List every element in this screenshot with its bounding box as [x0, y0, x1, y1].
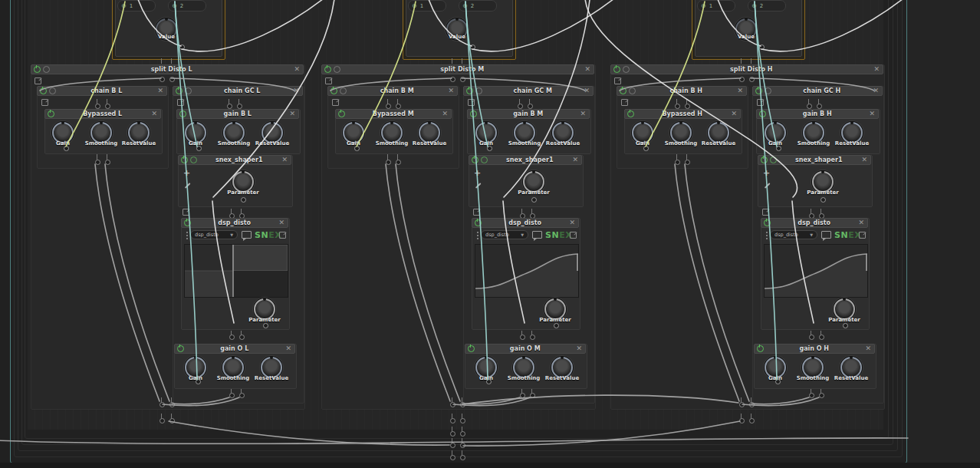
gain-mod-input[interactable] [64, 146, 69, 151]
node-output-pin[interactable] [239, 393, 245, 398]
dsp-disto-header[interactable]: dsp_disto ✕ [181, 218, 288, 228]
power-icon[interactable] [613, 66, 620, 73]
external-link-icon[interactable] [183, 209, 189, 216]
node-output-pin[interactable] [229, 335, 235, 340]
power-icon[interactable] [176, 87, 183, 94]
gain-mod-input[interactable] [486, 379, 492, 384]
power-icon[interactable] [761, 157, 768, 163]
parameter-mod-input[interactable] [554, 323, 559, 328]
power-icon[interactable] [181, 157, 188, 163]
close-icon[interactable]: ✕ [448, 87, 454, 95]
container-output-pin[interactable] [739, 418, 745, 424]
split-input-pin[interactable] [159, 77, 165, 82]
external-link-icon[interactable] [473, 209, 480, 216]
node-output-pin[interactable] [520, 393, 525, 398]
split-node-header[interactable]: split Disto M ✕ [321, 64, 594, 74]
split-input-pin[interactable] [749, 77, 755, 82]
close-icon[interactable]: ✕ [289, 110, 295, 118]
close-icon[interactable]: ✕ [569, 219, 575, 227]
power-icon[interactable] [34, 66, 41, 73]
external-link-icon[interactable] [570, 232, 577, 239]
node-input-pin[interactable] [685, 104, 690, 109]
gain-o-node-header[interactable]: gain O M ✕ [465, 344, 586, 354]
node-output-pin[interactable] [520, 335, 525, 340]
gain-o-node-header[interactable]: gain O L ✕ [174, 344, 295, 354]
split-output-pin[interactable] [739, 402, 745, 407]
container-output-pin[interactable] [749, 418, 755, 424]
power-icon[interactable] [338, 110, 345, 117]
node-output-pin[interactable] [229, 393, 235, 398]
add-icon[interactable]: + [183, 170, 190, 177]
chain-b-header[interactable]: chain B L ✕ [37, 86, 167, 96]
power-icon[interactable] [466, 87, 473, 94]
value-mod-output[interactable] [470, 44, 475, 50]
close-icon[interactable]: ✕ [278, 219, 284, 227]
gain-mod-input[interactable] [196, 146, 202, 151]
power-icon[interactable] [184, 219, 191, 226]
close-icon[interactable]: ✕ [873, 65, 880, 74]
parameter-mod-input[interactable] [263, 323, 268, 328]
node-output-pin[interactable] [675, 160, 680, 165]
close-icon[interactable]: ✕ [151, 110, 157, 118]
split-input-pin[interactable] [739, 77, 745, 82]
bypass-icon[interactable] [49, 87, 56, 94]
external-link-icon[interactable] [325, 77, 332, 84]
container-output-pin[interactable] [450, 455, 455, 460]
gain-b-node-header[interactable]: gain B L ✕ [176, 109, 299, 119]
external-link-icon[interactable] [468, 99, 475, 106]
power-icon[interactable] [470, 110, 477, 117]
external-link-icon[interactable] [279, 232, 286, 239]
power-icon[interactable] [759, 110, 766, 117]
node-input-pin[interactable] [817, 104, 822, 109]
split-node-header[interactable]: split Disto L ✕ [31, 64, 304, 74]
macro-parameter-slot-2[interactable]: ⊕ 2 [748, 0, 786, 12]
gain-mod-input[interactable] [643, 146, 649, 151]
bypass-icon[interactable] [629, 87, 636, 94]
parameter-mod-input[interactable] [821, 197, 826, 203]
node-input-pin[interactable] [386, 104, 391, 109]
close-icon[interactable]: ✕ [285, 344, 291, 353]
node-input-pin[interactable] [105, 104, 110, 109]
snex-shaper-header[interactable]: snex_shaper1 ✕ [758, 155, 871, 165]
macro-parameter-slot-1[interactable]: ⊕ 1 [408, 0, 446, 12]
close-icon[interactable]: ✕ [281, 156, 288, 164]
gain-b-node-header[interactable]: gain B H ✕ [756, 109, 879, 119]
gain-o-node-header[interactable]: gain O H ✕ [754, 344, 875, 354]
menu-dots-icon[interactable] [186, 232, 188, 233]
power-icon[interactable] [755, 87, 762, 94]
external-link-icon[interactable] [757, 99, 764, 106]
external-link-icon[interactable] [41, 99, 48, 106]
workbench-icon[interactable] [770, 157, 777, 163]
node-output-pin[interactable] [386, 160, 391, 165]
node-input-pin[interactable] [675, 104, 680, 109]
split-output-pin[interactable] [749, 402, 755, 407]
close-icon[interactable]: ✕ [572, 156, 578, 164]
container-output-pin[interactable] [169, 418, 175, 424]
power-icon[interactable] [475, 219, 482, 226]
split-input-pin[interactable] [169, 77, 175, 82]
snex-shaper-header[interactable]: snex_shaper1 ✕ [178, 155, 291, 165]
container-output-pin[interactable] [450, 443, 455, 448]
external-link-icon[interactable] [35, 77, 41, 84]
close-icon[interactable]: ✕ [442, 110, 448, 118]
drag-target-icon[interactable]: ⊕ [701, 3, 706, 9]
bypassed-node-header[interactable]: Bypassed L ✕ [44, 109, 161, 119]
chain-gc-header[interactable]: chain GC H ✕ [752, 86, 883, 96]
drag-target-icon[interactable]: ⊕ [121, 3, 127, 9]
snex-shaper-header[interactable]: snex_shaper1 ✕ [469, 155, 582, 165]
node-input-pin[interactable] [807, 104, 812, 109]
node-output-pin[interactable] [819, 335, 824, 340]
split-output-pin[interactable] [450, 402, 455, 407]
power-icon[interactable] [627, 110, 634, 117]
bypass-icon[interactable] [475, 87, 482, 94]
parameter-mod-input[interactable] [531, 197, 537, 203]
close-icon[interactable]: ✕ [731, 110, 737, 118]
node-input-pin[interactable] [396, 104, 401, 109]
power-icon[interactable] [472, 157, 478, 163]
close-icon[interactable]: ✕ [293, 87, 299, 95]
drag-target-icon[interactable]: ⊕ [412, 3, 417, 9]
container-output-pin[interactable] [450, 431, 455, 437]
container-output-pin[interactable] [450, 418, 455, 424]
external-link-icon[interactable] [762, 209, 769, 216]
close-icon[interactable]: ✕ [865, 344, 871, 353]
